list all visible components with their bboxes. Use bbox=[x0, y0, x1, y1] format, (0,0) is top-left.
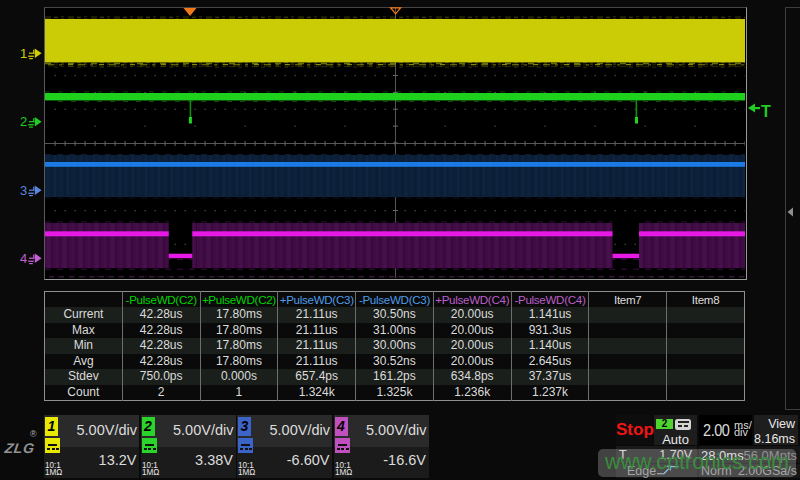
svg-text:2: 2 bbox=[20, 114, 27, 129]
svg-text:1: 1 bbox=[20, 46, 27, 61]
svg-text:3: 3 bbox=[20, 183, 27, 198]
svg-text:T: T bbox=[761, 103, 771, 120]
svg-text:4: 4 bbox=[20, 251, 27, 266]
